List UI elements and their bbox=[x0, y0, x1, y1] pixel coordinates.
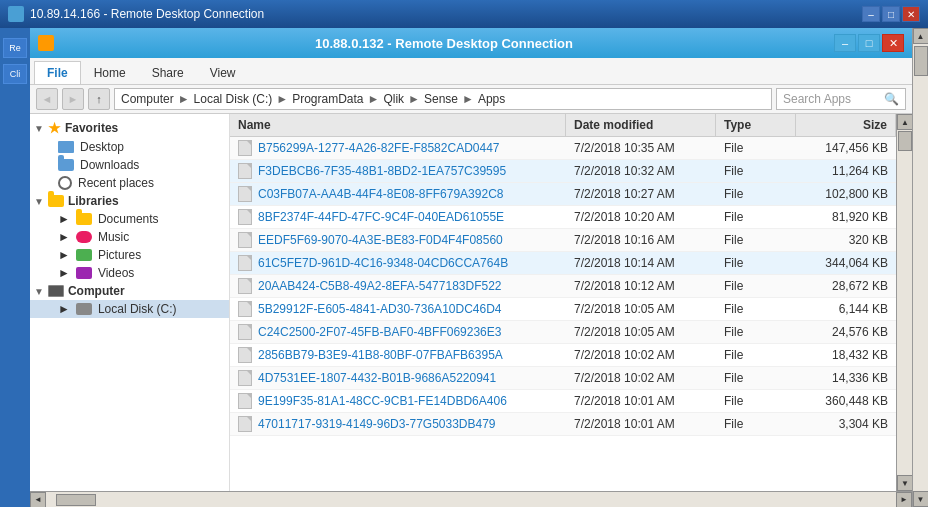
path-qlik[interactable]: Qlik bbox=[383, 92, 404, 106]
file-date: 7/2/2018 10:12 AM bbox=[566, 276, 716, 296]
address-path[interactable]: Computer ► Local Disk (C:) ► ProgramData… bbox=[114, 88, 772, 110]
sidebar-item-music[interactable]: ► Music bbox=[30, 228, 229, 246]
path-apps[interactable]: Apps bbox=[478, 92, 505, 106]
file-size: 320 KB bbox=[796, 230, 896, 250]
outer-scroll-thumb[interactable] bbox=[914, 46, 928, 76]
h-scroll-thumb[interactable] bbox=[56, 494, 96, 506]
file-icon bbox=[238, 140, 252, 156]
table-row[interactable]: C03FB07A-AA4B-44F4-8E08-8FF679A392C8 7/2… bbox=[230, 183, 896, 206]
favorites-label: Favorites bbox=[65, 121, 118, 135]
file-list-scrollbar[interactable]: ▲ ▼ bbox=[896, 114, 912, 491]
favorites-header[interactable]: ▼ ★ Favorites bbox=[30, 118, 229, 138]
inner-close-button[interactable]: ✕ bbox=[882, 34, 904, 52]
sidebar-item-music-label: Music bbox=[98, 230, 129, 244]
up-button[interactable]: ↑ bbox=[88, 88, 110, 110]
file-date: 7/2/2018 10:20 AM bbox=[566, 207, 716, 227]
documents-expand-icon: ► bbox=[58, 212, 70, 226]
file-type: File bbox=[716, 138, 796, 158]
column-size[interactable]: Size bbox=[796, 114, 896, 136]
libraries-expand-icon: ▼ bbox=[34, 196, 44, 207]
outer-scroll-up[interactable]: ▲ bbox=[913, 28, 929, 44]
sidebar-item-videos[interactable]: ► Videos bbox=[30, 264, 229, 282]
h-scroll-track[interactable] bbox=[46, 492, 896, 507]
ribbon-tab-file[interactable]: File bbox=[34, 61, 81, 84]
file-icon bbox=[238, 416, 252, 432]
left-nav-rdp-icon[interactable]: Re bbox=[3, 38, 27, 58]
table-row[interactable]: EEDF5F69-9070-4A3E-BE83-F0D4F4F08560 7/2… bbox=[230, 229, 896, 252]
table-row[interactable]: 2856BB79-B3E9-41B8-80BF-07FBAFB6395A 7/2… bbox=[230, 344, 896, 367]
scroll-track[interactable] bbox=[897, 130, 912, 475]
path-computer[interactable]: Computer bbox=[121, 92, 174, 106]
table-row[interactable]: B756299A-1277-4A26-82FE-F8582CAD0447 7/2… bbox=[230, 137, 896, 160]
outer-scroll-down[interactable]: ▼ bbox=[913, 491, 929, 507]
column-date[interactable]: Date modified bbox=[566, 114, 716, 136]
file-type: File bbox=[716, 391, 796, 411]
scroll-right-button[interactable]: ► bbox=[896, 492, 912, 508]
file-type: File bbox=[716, 184, 796, 204]
favorites-star-icon: ★ bbox=[48, 120, 61, 136]
ribbon-tab-view[interactable]: View bbox=[197, 61, 249, 84]
file-type: File bbox=[716, 161, 796, 181]
file-icon bbox=[238, 370, 252, 386]
file-size: 102,800 KB bbox=[796, 184, 896, 204]
table-row[interactable]: 8BF2374F-44FD-47FC-9C4F-040EAD61055E 7/2… bbox=[230, 206, 896, 229]
sidebar-item-desktop[interactable]: Desktop bbox=[30, 138, 229, 156]
outer-scrollbar[interactable]: ▲ ▼ bbox=[912, 28, 928, 507]
file-icon bbox=[238, 278, 252, 294]
scroll-down-button[interactable]: ▼ bbox=[897, 475, 912, 491]
sidebar-item-pictures[interactable]: ► Pictures bbox=[30, 246, 229, 264]
column-type[interactable]: Type bbox=[716, 114, 796, 136]
scroll-thumb[interactable] bbox=[898, 131, 912, 151]
table-row[interactable]: F3DEBCB6-7F35-48B1-8BD2-1EA757C39595 7/2… bbox=[230, 160, 896, 183]
table-row[interactable]: 20AAB424-C5B8-49A2-8EFA-5477183DF522 7/2… bbox=[230, 275, 896, 298]
outer-window-icon bbox=[8, 6, 24, 22]
search-box[interactable]: Search Apps 🔍 bbox=[776, 88, 906, 110]
path-disk[interactable]: Local Disk (C:) bbox=[194, 92, 273, 106]
localdisk-expand-icon: ► bbox=[58, 302, 70, 316]
back-button[interactable]: ◄ bbox=[36, 88, 58, 110]
file-date: 7/2/2018 10:01 AM bbox=[566, 391, 716, 411]
computer-icon bbox=[48, 285, 64, 297]
forward-button[interactable]: ► bbox=[62, 88, 84, 110]
scroll-left-button[interactable]: ◄ bbox=[30, 492, 46, 508]
inner-minimize-button[interactable]: – bbox=[834, 34, 856, 52]
file-type: File bbox=[716, 345, 796, 365]
file-name: 4D7531EE-1807-4432-B01B-9686A5220941 bbox=[258, 371, 496, 385]
scroll-up-button[interactable]: ▲ bbox=[897, 114, 912, 130]
ribbon-tab-home[interactable]: Home bbox=[81, 61, 139, 84]
sidebar-item-recent[interactable]: Recent places bbox=[30, 174, 229, 192]
file-name: 8BF2374F-44FD-47FC-9C4F-040EAD61055E bbox=[258, 210, 504, 224]
table-row[interactable]: 4D7531EE-1807-4432-B01B-9686A5220941 7/2… bbox=[230, 367, 896, 390]
outer-scroll-track[interactable] bbox=[913, 44, 928, 491]
outer-close-button[interactable]: ✕ bbox=[902, 6, 920, 22]
sidebar-item-downloads[interactable]: Downloads bbox=[30, 156, 229, 174]
videos-expand-icon: ► bbox=[58, 266, 70, 280]
libraries-header[interactable]: ▼ Libraries bbox=[30, 192, 229, 210]
table-row[interactable]: 47011717-9319-4149-96D3-77G5033DB479 7/2… bbox=[230, 413, 896, 436]
file-type: File bbox=[716, 368, 796, 388]
path-programdata[interactable]: ProgramData bbox=[292, 92, 363, 106]
ribbon-tab-share[interactable]: Share bbox=[139, 61, 197, 84]
outer-restore-button[interactable]: □ bbox=[882, 6, 900, 22]
file-date: 7/2/2018 10:02 AM bbox=[566, 368, 716, 388]
inner-restore-button[interactable]: □ bbox=[858, 34, 880, 52]
file-date: 7/2/2018 10:32 AM bbox=[566, 161, 716, 181]
sidebar-item-documents[interactable]: ► Documents bbox=[30, 210, 229, 228]
file-list: Name Date modified Type Size B756299A-12… bbox=[230, 114, 896, 491]
table-row[interactable]: C24C2500-2F07-45FB-BAF0-4BFF069236E3 7/2… bbox=[230, 321, 896, 344]
table-row[interactable]: 9E199F35-81A1-48CC-9CB1-FE14DBD6A406 7/2… bbox=[230, 390, 896, 413]
file-size: 147,456 KB bbox=[796, 138, 896, 158]
column-name[interactable]: Name bbox=[230, 114, 566, 136]
path-sense[interactable]: Sense bbox=[424, 92, 458, 106]
file-size: 360,448 KB bbox=[796, 391, 896, 411]
table-row[interactable]: 61C5FE7D-961D-4C16-9348-04CD6CCA764B 7/2… bbox=[230, 252, 896, 275]
table-row[interactable]: 5B29912F-E605-4841-AD30-736A10DC46D4 7/2… bbox=[230, 298, 896, 321]
file-type: File bbox=[716, 414, 796, 434]
file-icon bbox=[238, 186, 252, 202]
computer-header[interactable]: ▼ Computer bbox=[30, 282, 229, 300]
horizontal-scrollbar[interactable]: ◄ ► bbox=[30, 491, 912, 507]
outer-minimize-button[interactable]: – bbox=[862, 6, 880, 22]
sidebar-item-local-disk[interactable]: ► Local Disk (C:) bbox=[30, 300, 229, 318]
sidebar-item-desktop-label: Desktop bbox=[80, 140, 124, 154]
left-nav-client-icon[interactable]: Cli bbox=[3, 64, 27, 84]
